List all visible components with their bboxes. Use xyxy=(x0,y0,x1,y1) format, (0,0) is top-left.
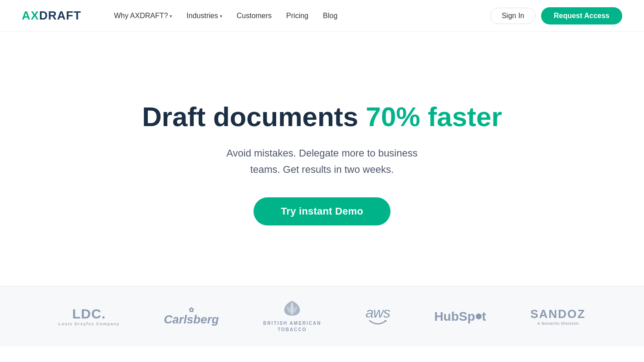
logo-hubspot: HubSp t xyxy=(434,309,486,324)
nav-customers[interactable]: Customers xyxy=(231,9,277,23)
nav-industries[interactable]: Industries ▾ xyxy=(181,9,227,23)
navigation: AXDRAFT Why AXDRAFT? ▾ Industries ▾ Cust… xyxy=(0,0,644,32)
hero-title: Draft documents 70% faster xyxy=(142,101,502,132)
hubspot-dot-icon xyxy=(476,313,482,319)
logo-aws: aws xyxy=(366,305,390,328)
logo-bat: BRITISH AMERICANTOBACCO xyxy=(263,300,321,333)
hero-title-highlight: 70% faster xyxy=(366,102,502,132)
hero-section: Draft documents 70% faster Avoid mistake… xyxy=(0,32,644,286)
signin-button[interactable]: Sign In xyxy=(490,8,536,24)
logos-strip: LDC. Louis Dreyfus Company ✿ Carlsberg B… xyxy=(0,286,644,347)
nav-links: Why AXDRAFT? ▾ Industries ▾ Customers Pr… xyxy=(108,9,490,23)
nav-why-axdraft[interactable]: Why AXDRAFT? ▾ xyxy=(108,9,177,23)
logo-draft: DRAFT xyxy=(39,9,81,22)
bat-leaf-icon xyxy=(281,300,303,319)
nav-pricing[interactable]: Pricing xyxy=(281,9,314,23)
try-demo-button[interactable]: Try instant Demo xyxy=(254,197,390,225)
logo-carlsberg: ✿ Carlsberg xyxy=(164,306,219,327)
logo-sandoz: SANDOZ A Novartis Division xyxy=(530,307,585,326)
nav-actions: Sign In Request Access xyxy=(490,7,622,24)
logo[interactable]: AXDRAFT xyxy=(22,9,81,23)
aws-smile-icon xyxy=(368,318,388,328)
request-access-button[interactable]: Request Access xyxy=(541,7,622,24)
hero-title-text: Draft documents xyxy=(142,102,366,132)
logo-ax: AX xyxy=(22,9,39,22)
hero-subtitle: Avoid mistakes. Delegate more to busines… xyxy=(226,145,417,177)
chevron-down-icon: ▾ xyxy=(220,14,222,19)
logo-ldc: LDC. Louis Dreyfus Company xyxy=(59,307,120,326)
chevron-down-icon: ▾ xyxy=(170,14,172,19)
nav-blog[interactable]: Blog xyxy=(317,9,343,23)
